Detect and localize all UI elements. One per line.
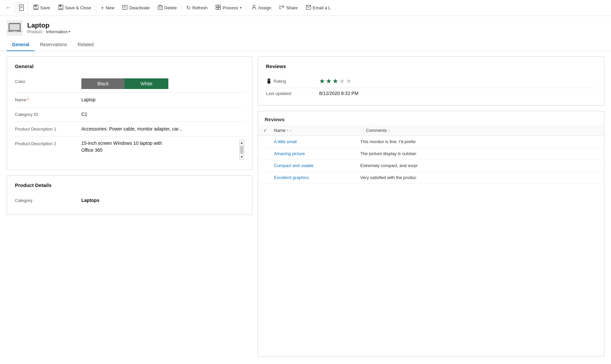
back-button[interactable]: ← (3, 2, 15, 14)
col-name-sort-desc[interactable]: ↓ (290, 128, 292, 132)
star-1: ★ (319, 77, 325, 85)
save-button[interactable]: Save (29, 3, 54, 13)
color-value: Black White (81, 78, 244, 89)
toolbar-sep-2 (181, 4, 182, 12)
breadcrumb-view-label: Information (46, 29, 67, 34)
process-label: Process (222, 5, 238, 10)
right-column: Reviews 📱 Rating ★ ★ ★ ★ ★ (258, 56, 604, 357)
reviews-summary-title: Reviews (266, 63, 596, 69)
col-comments-label: Comments (366, 128, 387, 133)
tab-related[interactable]: Related (72, 39, 99, 51)
row-comment-4: Very satisfied with the produc (360, 175, 599, 180)
new-label: New (106, 5, 114, 10)
color-field-row: Color Black White (15, 74, 244, 93)
refresh-icon: ↻ (186, 5, 191, 11)
breadcrumb-sep: · (44, 29, 45, 34)
col-comments-header: Comments ↓ (366, 128, 599, 133)
refresh-button[interactable]: ↻ Refresh (182, 3, 212, 13)
doc-icon[interactable] (16, 2, 28, 14)
scroll-down-arrow[interactable]: ▼ (239, 154, 244, 159)
table-row[interactable]: Amazing picture The picture display is o… (258, 148, 604, 160)
reviews-table-card: Reviews ✓ Name ↑ ↓ Comments ↓ (258, 111, 604, 357)
row-comment-2: The picture display is outstan (360, 151, 599, 156)
product-desc1-value[interactable]: Accessories: Power cable, monitor adapte… (81, 125, 244, 133)
tabs: General Reservations Related (0, 39, 611, 51)
product-desc2-value[interactable]: 15-inch screen Windows 10 laptop withOff… (81, 140, 239, 154)
rating-icon: 📱 (266, 78, 272, 84)
product-details-section: Product Details Category Laptops (7, 175, 252, 215)
svg-rect-10 (123, 5, 127, 9)
col-comments-sort[interactable]: ↓ (388, 128, 390, 132)
record-header: Laptop Product · Information ▾ (0, 16, 611, 39)
checkmark-icon: ✓ (263, 128, 267, 133)
rating-stars: ★ ★ ★ ★ ★ (319, 77, 596, 85)
reviews-table-rows: A little small This monitor is fine. I'd… (258, 136, 604, 356)
category-field-label: Category (15, 197, 81, 203)
process-button[interactable]: Process ▾ (212, 3, 246, 13)
tab-reservations[interactable]: Reservations (35, 39, 72, 51)
delete-icon (158, 5, 163, 11)
product-desc1-label: Product Description 1 (15, 125, 81, 132)
table-row[interactable]: Excellent graphics Very satisfied with t… (258, 172, 604, 184)
process-chevron[interactable]: ▾ (240, 6, 242, 10)
main-content: General Color Black White Name* Laptop (0, 51, 611, 362)
color-label: Color (15, 78, 81, 84)
refresh-label: Refresh (192, 5, 208, 10)
row-name-1[interactable]: A little small (274, 139, 360, 144)
row-name-2[interactable]: Amazing picture (274, 151, 360, 156)
stars-container: ★ ★ ★ ★ ★ (319, 77, 596, 85)
star-2: ★ (326, 77, 332, 85)
left-column: General Color Black White Name* Laptop (7, 56, 252, 357)
share-button[interactable]: Share (275, 3, 302, 13)
save-close-button[interactable]: Save & Close (54, 3, 95, 13)
svg-rect-26 (10, 24, 20, 30)
record-type-icon (7, 20, 23, 36)
assign-icon (251, 5, 257, 11)
color-toggle: Black White (81, 78, 244, 89)
name-required-indicator: * (27, 97, 29, 102)
svg-rect-0 (19, 5, 24, 11)
general-section-title: General (15, 63, 244, 69)
svg-rect-8 (59, 5, 61, 7)
save-label: Save (40, 5, 50, 10)
color-white-button[interactable]: White (125, 78, 168, 89)
category-id-value[interactable]: C1 (81, 111, 244, 118)
scroll-thumb (240, 146, 243, 154)
reviews-summary-card: Reviews 📱 Rating ★ ★ ★ ★ ★ (258, 56, 604, 106)
assign-button[interactable]: Assign (247, 3, 275, 13)
svg-rect-13 (158, 6, 162, 10)
record-title-block: Laptop Product · Information ▾ (27, 22, 70, 34)
deactivate-button[interactable]: Deactivate (118, 3, 153, 13)
rating-label: 📱 Rating (266, 78, 319, 84)
table-row[interactable]: A little small This monitor is fine. I'd… (258, 136, 604, 148)
deactivate-label: Deactivate (129, 5, 149, 10)
col-separator (363, 127, 363, 134)
rating-row: 📱 Rating ★ ★ ★ ★ ★ (266, 74, 596, 88)
share-icon (279, 5, 285, 11)
name-value[interactable]: Laptop (81, 96, 244, 103)
star-3: ★ (332, 77, 338, 85)
share-label: Share (286, 5, 298, 10)
new-button[interactable]: + New (97, 3, 118, 13)
breadcrumb-view-dropdown[interactable]: Information ▾ (46, 29, 70, 34)
tab-general[interactable]: General (7, 39, 35, 51)
col-check-header[interactable]: ✓ (263, 128, 274, 133)
email-button[interactable]: Email a L (302, 3, 335, 13)
scroll-bar[interactable]: ▲ ▼ (239, 140, 244, 160)
product-details-title: Product Details (15, 182, 244, 188)
reviews-table-col-headers: ✓ Name ↑ ↓ Comments ↓ (258, 125, 604, 136)
color-black-button[interactable]: Black (81, 78, 125, 89)
category-field-value[interactable]: Laptops (81, 197, 244, 204)
svg-rect-9 (59, 8, 62, 9)
col-name-sort-asc[interactable]: ↑ (287, 128, 289, 132)
row-name-4[interactable]: Excellent graphics (274, 175, 360, 180)
svg-rect-19 (218, 5, 220, 7)
row-name-3[interactable]: Compact and usable (274, 163, 360, 168)
assign-label: Assign (258, 5, 271, 10)
col-name-label: Name (274, 128, 286, 133)
record-title: Laptop (27, 22, 70, 29)
delete-button[interactable]: Delete (154, 3, 181, 13)
scroll-up-arrow[interactable]: ▲ (239, 140, 244, 145)
table-row[interactable]: Compact and usable Extremely compact, an… (258, 160, 604, 172)
svg-point-22 (253, 5, 255, 8)
